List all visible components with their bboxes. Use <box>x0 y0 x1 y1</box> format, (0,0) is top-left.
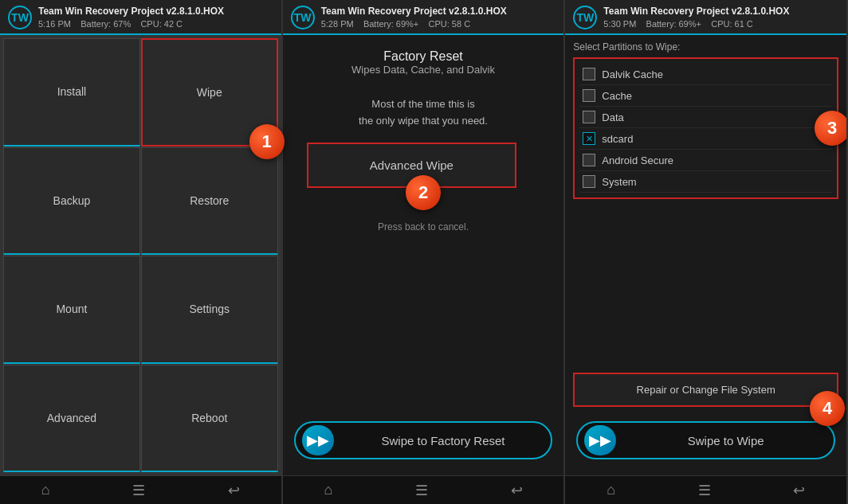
swipe-factory-label: Swipe to Factory Reset <box>342 434 544 447</box>
dalvik-checkbox[interactable] <box>583 68 595 80</box>
panel3-content: Select Partitions to Wipe: Dalvik Cache … <box>565 35 846 475</box>
system-checkbox[interactable] <box>583 175 595 188</box>
badge-1: 1 <box>249 124 285 159</box>
panel1-navbar: ⌂ ☰ ↩ <box>0 475 281 504</box>
panel3-stats: 5:30 PM Battery: 69%+ CPU: 61 C <box>603 18 789 30</box>
restore-button[interactable]: Restore <box>141 147 278 255</box>
partition-cache[interactable]: Cache <box>579 85 832 107</box>
swipe-wipe-button[interactable]: ▶▶ Swipe to Wipe <box>576 421 834 459</box>
panel-1: TW Team Win Recovery Project v2.8.1.0.HO… <box>0 0 283 504</box>
android-secure-checkbox[interactable] <box>583 154 595 166</box>
home-icon-3[interactable]: ⌂ <box>607 482 615 498</box>
swipe-factory-reset-button[interactable]: ▶▶ Swipe to Factory Reset <box>294 421 552 459</box>
factory-reset-subtitle: Wipes Data, Cache, and Dalvik <box>351 64 495 76</box>
panel1-header: TW Team Win Recovery Project v2.8.1.0.HO… <box>0 0 281 35</box>
settings-button[interactable]: Settings <box>141 256 278 363</box>
twrp-logo-3: TW <box>573 6 597 29</box>
system-label: System <box>602 176 636 188</box>
cache-label: Cache <box>602 90 632 102</box>
menu-icon-2[interactable]: ☰ <box>415 482 428 499</box>
back-icon-3[interactable]: ↩ <box>793 482 805 499</box>
partition-android-secure[interactable]: Android Secure <box>579 150 832 171</box>
android-secure-label: Android Secure <box>602 154 673 166</box>
partition-items-container: Dalvik Cache Cache Data ✕ sdcard Android… <box>573 57 838 199</box>
panel2-header: TW Team Win Recovery Project v2.8.1.0.HO… <box>283 0 564 35</box>
sdcard-label: sdcard <box>602 133 633 145</box>
swipe-wipe-arrow-icon: ▶▶ <box>584 425 616 455</box>
badge-3: 3 <box>815 111 846 146</box>
partition-data[interactable]: Data <box>579 107 832 128</box>
panel2-stats: 5:28 PM Battery: 69%+ CPU: 58 C <box>321 18 507 30</box>
cache-checkbox[interactable] <box>583 89 595 102</box>
panel3-title: Team Win Recovery Project v2.8.1.0.HOX <box>603 5 789 18</box>
panel2-content: Factory Reset Wipes Data, Cache, and Dal… <box>283 35 564 475</box>
partition-dalvik[interactable]: Dalvik Cache <box>579 64 832 85</box>
reboot-button[interactable]: Reboot <box>141 365 278 472</box>
data-label: Data <box>602 111 623 123</box>
twrp-logo: TW <box>8 6 32 29</box>
panel1-stats: 5:16 PM Battery: 67% CPU: 42 C <box>38 18 224 30</box>
panel1-title: Team Win Recovery Project v2.8.1.0.HOX <box>38 5 224 18</box>
partition-sdcard[interactable]: ✕ sdcard <box>579 128 832 150</box>
data-checkbox[interactable] <box>583 111 595 123</box>
wipe-description: Most of the time this isthe only wipe th… <box>359 96 488 130</box>
home-icon[interactable]: ⌂ <box>41 482 50 498</box>
badge-4: 4 <box>810 391 845 426</box>
dalvik-label: Dalvik Cache <box>602 68 663 80</box>
back-icon[interactable]: ↩ <box>228 482 240 499</box>
mount-button[interactable]: Mount <box>3 256 140 363</box>
twrp-logo-2: TW <box>291 6 315 29</box>
menu-icon[interactable]: ☰ <box>132 482 145 499</box>
cancel-hint: Press back to cancel. <box>378 221 469 232</box>
panel3-header: TW Team Win Recovery Project v2.8.1.0.HO… <box>565 0 846 35</box>
select-partitions-label: Select Partitions to Wipe: <box>573 41 838 53</box>
home-icon-2[interactable]: ⌂ <box>324 482 332 498</box>
swipe-wipe-label: Swipe to Wipe <box>624 434 826 447</box>
repair-filesystem-button[interactable]: Repair or Change File System <box>573 373 838 407</box>
partition-system[interactable]: System <box>579 171 832 193</box>
panel2-title: Team Win Recovery Project v2.8.1.0.HOX <box>321 5 507 18</box>
wipe-button[interactable]: Wipe 1 <box>141 38 278 146</box>
partition-list: Select Partitions to Wipe: Dalvik Cache … <box>565 35 846 373</box>
menu-icon-3[interactable]: ☰ <box>698 482 711 499</box>
wipe-info: Factory Reset Wipes Data, Cache, and Dal… <box>283 35 564 421</box>
panel3-navbar: ⌂ ☰ ↩ <box>565 475 846 504</box>
swipe-arrow-icon: ▶▶ <box>302 425 334 455</box>
factory-reset-title: Factory Reset <box>383 49 463 64</box>
panel-3: TW Team Win Recovery Project v2.8.1.0.HO… <box>565 0 848 504</box>
main-menu: Install Wipe 1 Backup Restore Mount Sett… <box>0 35 281 475</box>
backup-button[interactable]: Backup <box>3 147 140 255</box>
install-button[interactable]: Install <box>3 38 140 146</box>
panel-2: TW Team Win Recovery Project v2.8.1.0.HO… <box>283 0 566 504</box>
badge-2: 2 <box>406 175 441 210</box>
panel2-navbar: ⌂ ☰ ↩ <box>283 475 564 504</box>
advanced-button[interactable]: Advanced <box>3 365 140 472</box>
sdcard-checkbox[interactable]: ✕ <box>583 132 595 145</box>
back-icon-2[interactable]: ↩ <box>511 482 523 499</box>
